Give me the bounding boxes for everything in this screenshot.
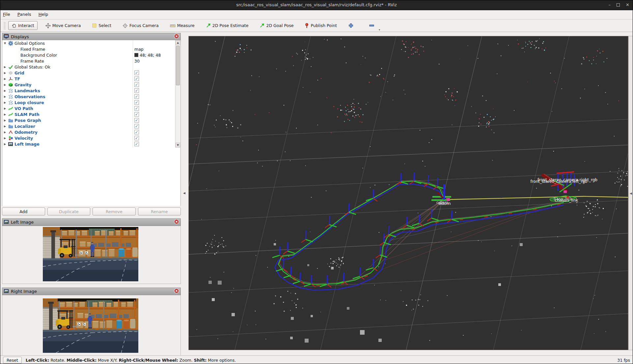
expander-closed-icon[interactable]: ▶	[2, 143, 8, 146]
value-text[interactable]: map	[134, 47, 144, 52]
reset-button[interactable]: Reset	[3, 357, 22, 364]
row-value[interactable]: ✓	[134, 82, 139, 87]
display-row-slam-path[interactable]: ▶SLAM Path✓	[2, 111, 180, 117]
row-value[interactable]: ✓	[134, 124, 139, 128]
row-value[interactable]: ✓	[134, 130, 139, 134]
scrollbar-thumb[interactable]	[176, 46, 180, 85]
tool-2d-goal-pose[interactable]: 2D Goal Pose	[256, 21, 297, 30]
enabled-checkbox[interactable]: ✓	[134, 70, 139, 75]
menu-item-file[interactable]: File	[3, 12, 10, 17]
display-row-observations[interactable]: ▶Observations✓	[2, 94, 180, 99]
expander-open-icon[interactable]: ▼	[2, 42, 8, 45]
display-row-tf[interactable]: ▶TF✓	[2, 76, 180, 82]
enabled-checkbox[interactable]: ✓	[134, 94, 139, 99]
menu-item-panels[interactable]: Panels	[17, 12, 31, 17]
tool-measure[interactable]: Measure	[167, 21, 198, 30]
expander-closed-icon[interactable]: ▶	[2, 77, 8, 80]
minimize-button[interactable]: –	[609, 2, 611, 8]
enabled-checkbox[interactable]: ✓	[134, 88, 139, 93]
scroll-down-icon[interactable]: ▼	[176, 143, 180, 148]
enabled-checkbox[interactable]: ✓	[134, 106, 139, 111]
expander-closed-icon[interactable]: ▶	[2, 131, 8, 134]
add-button[interactable]: Add	[2, 208, 45, 215]
enabled-checkbox[interactable]: ✓	[134, 142, 139, 146]
display-row-left-image[interactable]: ▶Left Image✓	[2, 141, 180, 147]
frame-label: chassis_link	[555, 198, 578, 203]
expander-closed-icon[interactable]: ▶	[2, 89, 8, 92]
row-value[interactable]: map	[134, 47, 144, 52]
display-row-odometry[interactable]: ▶Odometry✓	[2, 129, 180, 135]
row-value[interactable]: ✓	[134, 136, 139, 140]
displays-tree-scrollbar[interactable]: ▲ ▼	[175, 40, 180, 148]
display-row-loop-closure[interactable]: ▶Loop closure✓	[2, 99, 180, 105]
tree-row-global-status-ok[interactable]: ▶Global Status: Ok	[2, 64, 180, 70]
enabled-checkbox[interactable]: ✓	[134, 112, 139, 117]
row-value[interactable]: ✓	[134, 142, 139, 146]
tree-row-background-color[interactable]: Background Color48; 48; 48	[2, 52, 180, 58]
enabled-checkbox[interactable]: ✓	[134, 130, 139, 134]
panel-splitter-handle-2[interactable]	[2, 285, 181, 288]
tool-select[interactable]: Select	[89, 21, 115, 30]
expander-closed-icon[interactable]: ▶	[2, 107, 8, 110]
tool-publish-point[interactable]: Publish Point	[301, 21, 340, 30]
row-value[interactable]: ✓	[134, 106, 139, 111]
add-tool-button[interactable]	[345, 21, 357, 30]
menu-item-help[interactable]: Help	[39, 12, 48, 17]
close-button[interactable]: ✕	[626, 2, 629, 8]
expander-closed-icon[interactable]: ▶	[2, 125, 8, 128]
value-text[interactable]: 30	[134, 59, 140, 64]
row-label: Pose Graph	[14, 118, 41, 123]
render-viewport[interactable]: odomodomfront_stereo_camera:left_rgbfron…	[188, 36, 628, 350]
display-row-localizer[interactable]: ▶Localizer✓	[2, 123, 180, 129]
display-row-landmarks[interactable]: ▶Landmarks✓	[2, 88, 180, 94]
row-value[interactable]: 30	[134, 59, 140, 64]
scroll-up-icon[interactable]: ▲	[176, 40, 180, 45]
expander-closed-icon[interactable]: ▶	[2, 113, 8, 116]
tool-2d-pose-estimate[interactable]: 2D Pose Estimate	[203, 21, 252, 30]
expander-closed-icon[interactable]: ▶	[2, 83, 8, 86]
value-text[interactable]: 48; 48; 48	[140, 53, 161, 58]
left-panel-collapse-handle[interactable]: ◀	[182, 187, 186, 199]
row-value[interactable]: ✓	[134, 118, 139, 123]
enabled-checkbox[interactable]: ✓	[134, 124, 139, 128]
tool-focus-camera[interactable]: Focus Camera	[119, 21, 162, 30]
expander-closed-icon[interactable]: ▶	[2, 101, 8, 104]
enabled-checkbox[interactable]: ✓	[134, 82, 139, 87]
toolbar-drag-handle[interactable]	[4, 22, 6, 30]
row-value[interactable]: ✓	[134, 88, 139, 93]
tree-row-frame-rate[interactable]: Frame Rate30	[2, 58, 180, 64]
display-row-vo-path[interactable]: ▶VO Path✓	[2, 105, 180, 111]
tree-row-fixed-frame[interactable]: Fixed Framemap	[2, 46, 180, 52]
enabled-checkbox[interactable]: ✓	[134, 100, 139, 105]
expander-closed-icon[interactable]: ▶	[2, 137, 8, 140]
display-row-velocity[interactable]: ▶Velocity✓	[2, 135, 180, 141]
row-value[interactable]: ✓	[134, 70, 139, 75]
enabled-checkbox[interactable]: ✓	[134, 76, 139, 81]
display-row-grid[interactable]: ▶Grid✓	[2, 70, 180, 76]
row-value[interactable]: ✓	[134, 94, 139, 99]
tool-interact[interactable]: Interact	[8, 21, 38, 30]
panel-splitter-handle[interactable]	[2, 216, 181, 218]
remove-tool-button[interactable]: ▾	[366, 21, 378, 30]
maximize-button[interactable]	[617, 2, 620, 8]
row-value[interactable]: 48; 48; 48	[134, 53, 161, 58]
tree-splitter-handle[interactable]	[2, 148, 180, 150]
display-row-gravity[interactable]: ▶Gravity✓	[2, 82, 180, 88]
displays-close-icon[interactable]	[174, 34, 179, 40]
enabled-checkbox[interactable]: ✓	[134, 118, 139, 123]
display-row-pose-graph[interactable]: ▶Pose Graph✓	[2, 117, 180, 123]
expander-closed-icon[interactable]: ▶	[2, 119, 8, 122]
row-value[interactable]: ✓	[134, 112, 139, 117]
expander-closed-icon[interactable]: ▶	[2, 95, 8, 98]
tool-move-camera[interactable]: Move Camera	[42, 21, 84, 30]
enabled-checkbox[interactable]: ✓	[134, 136, 139, 140]
right-image-close-icon[interactable]	[174, 288, 179, 294]
row-value[interactable]: ✓	[134, 76, 139, 81]
row-value[interactable]: ✓	[134, 100, 139, 105]
expander-closed-icon[interactable]: ▶	[2, 71, 8, 74]
tree-row-global-options[interactable]: ▼Global Options	[2, 40, 180, 46]
right-panel-collapse-handle[interactable]: ◀	[629, 188, 633, 199]
left-image-close-icon[interactable]	[174, 219, 179, 225]
expander-closed-icon[interactable]: ▶	[2, 66, 8, 69]
row-label: Frame Rate	[20, 59, 44, 64]
